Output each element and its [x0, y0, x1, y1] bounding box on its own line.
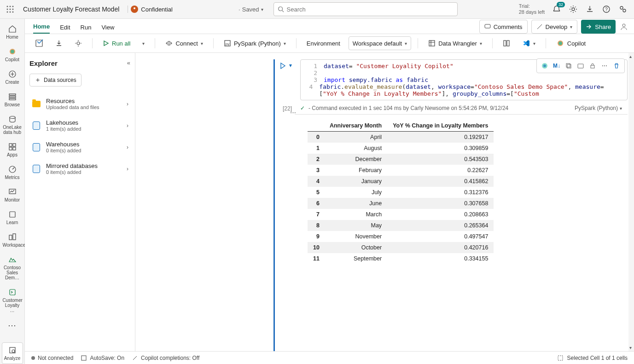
scroll-up-icon[interactable]: ▴: [629, 54, 632, 59]
data-wrangler-button[interactable]: Data Wrangler▾: [425, 36, 486, 50]
persona-icon[interactable]: [619, 22, 628, 31]
collapse-explorer-icon[interactable]: «: [127, 59, 130, 66]
freeze-icon[interactable]: [499, 36, 514, 50]
svg-rect-54: [81, 356, 86, 360]
save-icon[interactable]: [31, 36, 47, 50]
help-icon[interactable]: ?: [602, 5, 611, 14]
svg-point-6: [7, 12, 8, 13]
download-icon[interactable]: [585, 5, 594, 14]
explorer-resources[interactable]: ResourcesUploaded data and files ›: [29, 93, 130, 115]
nav-home[interactable]: Home: [2, 22, 23, 42]
sensitivity-text: Confidential: [141, 6, 173, 13]
vscode-button[interactable]: ▾: [518, 36, 539, 50]
explorer-warehouses[interactable]: Warehouses0 item(s) added ›: [29, 136, 130, 158]
svg-rect-44: [507, 40, 509, 46]
table-row: 0April0.192917: [308, 132, 494, 143]
search-input[interactable]: [287, 6, 454, 13]
explorer-lakehouses[interactable]: Lakehouses1 item(s) added ›: [29, 115, 130, 136]
explorer-panel: Explorer « ＋Data sources ResourcesUpload…: [25, 53, 135, 351]
share-button[interactable]: Share: [581, 20, 616, 34]
copilot-completions-status[interactable]: Copilot completions: Off: [132, 355, 199, 361]
cell-run-controls: ▾: [279, 62, 292, 69]
folder-icon: [32, 101, 41, 107]
kernel-selector[interactable]: PySpark (Python)▾: [575, 105, 622, 111]
svg-point-14: [620, 6, 623, 9]
run-cell-dropdown[interactable]: ▾: [289, 62, 292, 69]
tab-home[interactable]: Home: [33, 20, 50, 34]
svg-rect-42: [429, 40, 435, 46]
run-all-button[interactable]: Run all: [99, 36, 134, 50]
svg-rect-43: [504, 40, 506, 46]
copilot-button[interactable]: Copilot: [553, 36, 589, 50]
chevron-right-icon: ›: [127, 144, 128, 150]
tab-edit[interactable]: Edit: [60, 21, 70, 34]
table-row: 3February0.22627: [308, 165, 494, 176]
scrollbar[interactable]: ▴ ▾: [628, 53, 634, 351]
develop-button[interactable]: Develop▾: [531, 20, 578, 34]
table-row: 11September0.334155: [308, 253, 494, 264]
svg-point-8: [12, 12, 14, 13]
cell-editor[interactable]: 1dataset= "Customer Loyality Copilot" 2 …: [300, 59, 628, 100]
explorer-mirrored[interactable]: Mirrored databases0 item(s) added ›: [29, 158, 130, 179]
table-row: 8May0.265364: [308, 220, 494, 231]
data-sources-button[interactable]: ＋Data sources: [29, 74, 81, 87]
search-icon: [278, 6, 284, 12]
svg-text:py: py: [226, 42, 229, 46]
mirrored-db-icon: [33, 165, 40, 173]
save-state-dropdown[interactable]: ·Saved ▾: [234, 6, 268, 13]
connection-status[interactable]: Not connected: [31, 355, 73, 361]
comments-button[interactable]: Comments: [479, 20, 528, 34]
svg-point-4: [10, 9, 11, 10]
notification-badge: 32: [557, 2, 565, 7]
notebook-pane: ▾ M↓ ⋯ 1dataset= "Customer Loyality Copi…: [271, 53, 634, 351]
svg-rect-35: [485, 24, 490, 28]
run-all-dropdown[interactable]: ▾: [139, 36, 148, 50]
run-cell-icon[interactable]: [279, 62, 286, 69]
svg-text:?: ?: [605, 7, 608, 12]
svg-point-36: [622, 24, 625, 27]
tab-view[interactable]: View: [101, 21, 114, 34]
saved-state-text: Saved: [242, 6, 259, 13]
settings-nb-icon[interactable]: [71, 36, 86, 50]
notifications-icon[interactable]: 32: [552, 5, 561, 14]
download-nb-icon[interactable]: [52, 36, 66, 50]
tab-run[interactable]: Run: [81, 21, 92, 34]
chevron-right-icon: ›: [127, 122, 128, 129]
notebook-toolbar: Run all ▾ Connect▾ pyPySpark (Python)▾ E…: [25, 34, 634, 53]
trial-info: Trial: 28 days left: [519, 3, 545, 15]
autosave-status[interactable]: AutoSave: On: [81, 355, 124, 361]
account-icon[interactable]: [618, 5, 628, 14]
connect-button[interactable]: Connect▾: [162, 36, 206, 50]
app-header: Customer Loyalty Forecast Model Confiden…: [0, 0, 634, 19]
chevron-down-icon: ▾: [533, 41, 535, 46]
svg-point-11: [572, 8, 575, 11]
lakehouse-icon: [33, 121, 40, 130]
chevron-down-icon: ▾: [201, 41, 203, 46]
sensitivity-label[interactable]: Confidential: [128, 6, 175, 13]
selection-status: Selected Cell 1 of 1 cells: [567, 355, 628, 361]
cell-more-icon[interactable]: ⋯: [290, 109, 297, 116]
scroll-down-icon[interactable]: ▾: [629, 345, 632, 350]
chevron-down-icon: ▾: [620, 106, 622, 111]
search-box[interactable]: [273, 2, 458, 16]
ribbon: Home Edit Run View Comments Develop▾ Sha…: [25, 19, 634, 34]
svg-rect-46: [558, 41, 562, 45]
main-content: Explorer « ＋Data sources ResourcesUpload…: [0, 53, 634, 351]
language-dropdown[interactable]: pyPySpark (Python)▾: [220, 36, 290, 50]
chevron-down-icon: ▾: [261, 7, 263, 12]
file-title[interactable]: Customer Loyalty Forecast Model: [20, 6, 122, 13]
svg-point-1: [10, 6, 11, 7]
svg-point-2: [12, 6, 14, 7]
table-row: 9November0.497547: [308, 231, 494, 242]
svg-point-9: [278, 7, 282, 11]
status-bar: Not connected AutoSave: On Copilot compl…: [25, 351, 634, 364]
svg-rect-55: [558, 356, 563, 360]
svg-marker-39: [104, 41, 108, 46]
svg-point-15: [623, 9, 626, 12]
table-row: 7March0.208663: [308, 209, 494, 220]
cell-indicator: [273, 59, 275, 351]
settings-icon[interactable]: [569, 5, 578, 14]
environment-dropdown[interactable]: Workspace default▾: [349, 36, 411, 50]
app-launcher-icon[interactable]: [4, 3, 17, 16]
sensitivity-icon: [131, 6, 138, 13]
